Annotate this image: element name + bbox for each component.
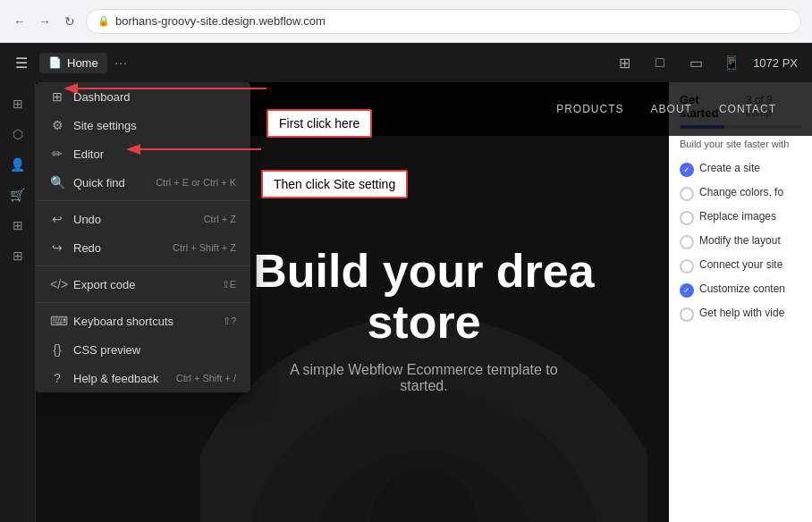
- menu-item-export-label: Export code: [73, 278, 135, 291]
- nav-about[interactable]: ABOUT: [651, 103, 692, 115]
- css-icon: {}: [50, 342, 64, 357]
- menu-item-export-code[interactable]: </> Export code ⇧E: [36, 270, 250, 299]
- forward-button[interactable]: →: [36, 13, 54, 30]
- menu-item-dashboard[interactable]: ⊞ Dashboard: [36, 82, 250, 111]
- gs-item-help-label: Get help with vide: [699, 307, 784, 321]
- gs-item-connect[interactable]: Connect your site: [680, 258, 801, 274]
- sidebar-icon-layers[interactable]: ⊞: [4, 211, 32, 240]
- menu-item-editor-label: Editor: [73, 147, 104, 161]
- site-settings-icon: ⚙: [50, 118, 64, 132]
- menu-item-keyboard-shortcuts[interactable]: ⌨ Keyboard shortcuts ⇧?: [36, 307, 250, 335]
- menu-item-site-settings-label: Site settings: [73, 119, 137, 132]
- help-shortcut: Ctrl + Shift + /: [176, 373, 236, 383]
- gs-subtitle: Build your site faster with: [680, 138, 801, 151]
- gs-item-create-label: Create a site: [699, 162, 760, 176]
- home-tab[interactable]: 📄 Home: [39, 53, 107, 73]
- search-icon: 🔍: [50, 175, 64, 189]
- lock-icon: 🔒: [97, 15, 110, 27]
- hero-subtitle: A simple Webflow Ecommerce template tost…: [253, 362, 594, 394]
- browser-controls: ← → ↻: [11, 13, 79, 30]
- menu-item-keyboard-label: Keyboard shortcuts: [73, 315, 173, 328]
- editor-icon: ✏: [50, 147, 64, 161]
- divider-3: [36, 302, 250, 303]
- divider-1: [36, 200, 250, 201]
- mobile-landscape-viewport-button[interactable]: ▭: [681, 48, 710, 77]
- keyboard-shortcut: ⇧?: [223, 316, 236, 327]
- dashboard-icon: ⊞: [50, 89, 64, 104]
- menu-item-css-label: CSS preview: [73, 343, 140, 357]
- editor-bar-center: ⊞ □ ▭ 📱 1072 PX: [610, 48, 798, 77]
- get-started-panel: Get started 3 of 8 comp Build your site …: [669, 82, 812, 522]
- sidebar-icon-users[interactable]: 👤: [4, 150, 32, 179]
- hero-title: Build your dreastore: [253, 246, 594, 348]
- gs-item-images-label: Replace images: [699, 210, 776, 224]
- menu-item-undo[interactable]: ↩ Undo Ctrl + Z: [36, 205, 250, 233]
- gs-check-images: [680, 211, 694, 225]
- gs-item-create[interactable]: ✓ Create a site: [680, 162, 801, 177]
- export-shortcut: ⇧E: [222, 279, 236, 290]
- left-sidebar: ⊞ ⬡ 👤 🛒 ⊞ ⊞: [0, 82, 36, 522]
- redo-shortcut: Ctrl + Shift + Z: [173, 242, 236, 253]
- gs-item-connect-label: Connect your site: [699, 258, 782, 273]
- gs-check-layout: [680, 235, 694, 249]
- gs-item-images[interactable]: Replace images: [680, 210, 801, 225]
- sidebar-icon-assets[interactable]: ⊞: [4, 241, 32, 270]
- gs-check-help: [680, 307, 694, 322]
- browser-bar: ← → ↻ 🔒 borhans-groovy-site.design.webfl…: [0, 0, 812, 43]
- redo-icon: ↪: [50, 240, 64, 255]
- home-tab-label: Home: [67, 56, 98, 70]
- undo-shortcut: Ctrl + Z: [204, 214, 236, 224]
- gs-item-layout[interactable]: Modify the layout: [680, 234, 801, 249]
- back-button[interactable]: ←: [11, 13, 29, 30]
- sidebar-icon-ecommerce[interactable]: 🛒: [4, 181, 32, 209]
- menu-item-editor[interactable]: ✏ Editor: [36, 139, 250, 168]
- editor-bar: ☰ 📄 Home ··· ⊞ □ ▭ 📱 1072 PX: [0, 43, 812, 82]
- main-area: PRODUCTS ABOUT CONTACT Build your dreast…: [36, 82, 812, 522]
- gs-check-colors: [680, 187, 694, 201]
- gs-item-layout-label: Modify the layout: [699, 234, 781, 248]
- gs-item-help[interactable]: Get help with vide: [680, 307, 801, 322]
- gs-item-customize[interactable]: ✓ Customize conten: [680, 282, 801, 298]
- px-label: 1072 PX: [753, 56, 798, 70]
- tablet-viewport-button[interactable]: □: [646, 48, 674, 77]
- gs-item-customize-label: Customize conten: [699, 282, 785, 297]
- gs-check-create: ✓: [680, 163, 694, 177]
- menu-item-quick-find[interactable]: 🔍 Quick find Ctrl + E or Ctrl + K: [36, 168, 250, 197]
- page-icon: 📄: [48, 56, 62, 69]
- gs-check-customize: ✓: [680, 283, 694, 298]
- quick-find-shortcut: Ctrl + E or Ctrl + K: [156, 177, 236, 188]
- menu-item-quick-find-label: Quick find: [73, 176, 125, 189]
- sidebar-icon-pages[interactable]: ⊞: [4, 89, 32, 118]
- nav-contact[interactable]: CONTACT: [719, 103, 776, 115]
- menu-item-redo[interactable]: ↪ Redo Ctrl + Shift + Z: [36, 233, 250, 262]
- menu-item-undo-label: Undo: [73, 213, 101, 226]
- desktop-viewport-button[interactable]: ⊞: [610, 48, 639, 77]
- keyboard-icon: ⌨: [50, 314, 64, 328]
- menu-item-redo-label: Redo: [73, 241, 101, 255]
- menu-item-help[interactable]: ? Help & feedback Ctrl + Shift + /: [36, 364, 250, 392]
- undo-icon: ↩: [50, 212, 64, 226]
- export-icon: </>: [50, 277, 64, 291]
- help-icon: ?: [50, 371, 64, 385]
- hero-text: Build your dreastore A simple Webflow Ec…: [253, 246, 594, 394]
- nav-products[interactable]: PRODUCTS: [556, 103, 623, 115]
- hamburger-icon: ☰: [15, 55, 28, 72]
- gs-item-colors-label: Change colors, fo: [699, 186, 783, 200]
- address-bar[interactable]: 🔒 borhans-groovy-site.design.webflow.com: [86, 9, 801, 34]
- sidebar-icon-components[interactable]: ⬡: [4, 120, 32, 148]
- gs-check-connect: [680, 259, 694, 274]
- editor-bar-left: ☰ 📄 Home ···: [7, 48, 603, 77]
- dropdown-menu: ⊞ Dashboard ⚙ Site settings ✏ Editor 🔍 Q…: [36, 82, 250, 392]
- menu-item-dashboard-label: Dashboard: [73, 90, 131, 104]
- refresh-button[interactable]: ↻: [61, 13, 79, 30]
- gs-item-colors[interactable]: Change colors, fo: [680, 186, 801, 201]
- menu-item-help-label: Help & feedback: [73, 372, 158, 385]
- menu-item-css-preview[interactable]: {} CSS preview: [36, 335, 250, 364]
- url-text: borhans-groovy-site.design.webflow.com: [115, 14, 326, 28]
- divider-2: [36, 265, 250, 266]
- more-button[interactable]: ···: [111, 52, 132, 73]
- menu-item-site-settings[interactable]: ⚙ Site settings: [36, 111, 250, 139]
- mobile-portrait-viewport-button[interactable]: 📱: [717, 48, 746, 77]
- menu-button[interactable]: ☰: [7, 48, 36, 77]
